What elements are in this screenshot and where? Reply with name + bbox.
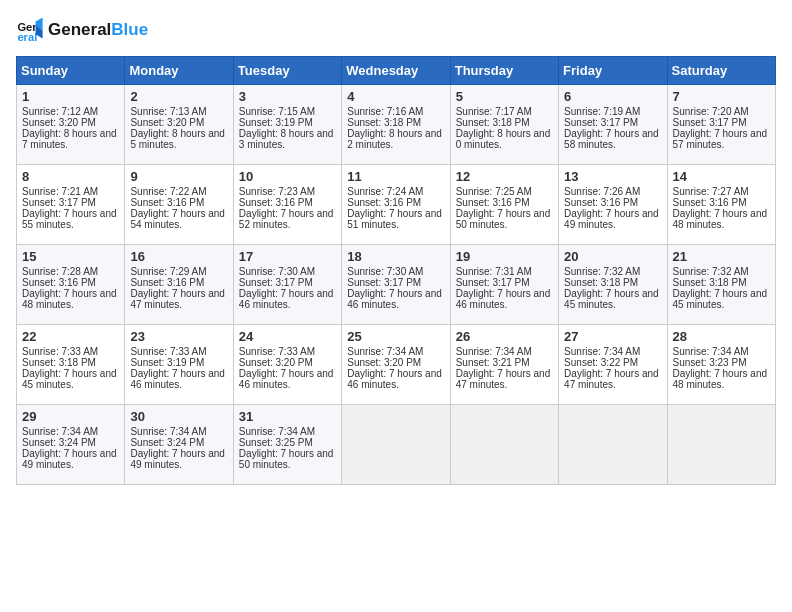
- table-row: 11Sunrise: 7:24 AMSunset: 3:16 PMDayligh…: [342, 165, 450, 245]
- table-row: 25Sunrise: 7:34 AMSunset: 3:20 PMDayligh…: [342, 325, 450, 405]
- calendar-body: 1Sunrise: 7:12 AMSunset: 3:20 PMDaylight…: [17, 85, 776, 485]
- table-row: 16Sunrise: 7:29 AMSunset: 3:16 PMDayligh…: [125, 245, 233, 325]
- table-row: 29Sunrise: 7:34 AMSunset: 3:24 PMDayligh…: [17, 405, 125, 485]
- table-row: 21Sunrise: 7:32 AMSunset: 3:18 PMDayligh…: [667, 245, 775, 325]
- table-row: 24Sunrise: 7:33 AMSunset: 3:20 PMDayligh…: [233, 325, 341, 405]
- table-row: 9Sunrise: 7:22 AMSunset: 3:16 PMDaylight…: [125, 165, 233, 245]
- col-monday: Monday: [125, 57, 233, 85]
- calendar-week-1: 1Sunrise: 7:12 AMSunset: 3:20 PMDaylight…: [17, 85, 776, 165]
- col-friday: Friday: [559, 57, 667, 85]
- table-row: 15Sunrise: 7:28 AMSunset: 3:16 PMDayligh…: [17, 245, 125, 325]
- table-row: 1Sunrise: 7:12 AMSunset: 3:20 PMDaylight…: [17, 85, 125, 165]
- logo: Gen eral GeneralBlue: [16, 16, 148, 44]
- table-row: 7Sunrise: 7:20 AMSunset: 3:17 PMDaylight…: [667, 85, 775, 165]
- col-sunday: Sunday: [17, 57, 125, 85]
- table-row: 22Sunrise: 7:33 AMSunset: 3:18 PMDayligh…: [17, 325, 125, 405]
- table-row: 27Sunrise: 7:34 AMSunset: 3:22 PMDayligh…: [559, 325, 667, 405]
- svg-text:eral: eral: [17, 31, 37, 43]
- table-row: [667, 405, 775, 485]
- table-row: 2Sunrise: 7:13 AMSunset: 3:20 PMDaylight…: [125, 85, 233, 165]
- table-row: 31Sunrise: 7:34 AMSunset: 3:25 PMDayligh…: [233, 405, 341, 485]
- table-row: 8Sunrise: 7:21 AMSunset: 3:17 PMDaylight…: [17, 165, 125, 245]
- table-row: 3Sunrise: 7:15 AMSunset: 3:19 PMDaylight…: [233, 85, 341, 165]
- col-thursday: Thursday: [450, 57, 558, 85]
- table-row: 28Sunrise: 7:34 AMSunset: 3:23 PMDayligh…: [667, 325, 775, 405]
- calendar-table: Sunday Monday Tuesday Wednesday Thursday…: [16, 56, 776, 485]
- calendar-week-4: 22Sunrise: 7:33 AMSunset: 3:18 PMDayligh…: [17, 325, 776, 405]
- table-row: 26Sunrise: 7:34 AMSunset: 3:21 PMDayligh…: [450, 325, 558, 405]
- table-row: 10Sunrise: 7:23 AMSunset: 3:16 PMDayligh…: [233, 165, 341, 245]
- col-wednesday: Wednesday: [342, 57, 450, 85]
- logo-text: GeneralBlue: [48, 20, 148, 40]
- table-row: 19Sunrise: 7:31 AMSunset: 3:17 PMDayligh…: [450, 245, 558, 325]
- table-row: 18Sunrise: 7:30 AMSunset: 3:17 PMDayligh…: [342, 245, 450, 325]
- calendar-week-3: 15Sunrise: 7:28 AMSunset: 3:16 PMDayligh…: [17, 245, 776, 325]
- table-row: [559, 405, 667, 485]
- table-row: 5Sunrise: 7:17 AMSunset: 3:18 PMDaylight…: [450, 85, 558, 165]
- table-row: 6Sunrise: 7:19 AMSunset: 3:17 PMDaylight…: [559, 85, 667, 165]
- calendar-week-5: 29Sunrise: 7:34 AMSunset: 3:24 PMDayligh…: [17, 405, 776, 485]
- table-row: 30Sunrise: 7:34 AMSunset: 3:24 PMDayligh…: [125, 405, 233, 485]
- table-row: 4Sunrise: 7:16 AMSunset: 3:18 PMDaylight…: [342, 85, 450, 165]
- logo-icon: Gen eral: [16, 16, 44, 44]
- table-row: 17Sunrise: 7:30 AMSunset: 3:17 PMDayligh…: [233, 245, 341, 325]
- table-row: 13Sunrise: 7:26 AMSunset: 3:16 PMDayligh…: [559, 165, 667, 245]
- col-tuesday: Tuesday: [233, 57, 341, 85]
- table-row: 23Sunrise: 7:33 AMSunset: 3:19 PMDayligh…: [125, 325, 233, 405]
- table-row: 14Sunrise: 7:27 AMSunset: 3:16 PMDayligh…: [667, 165, 775, 245]
- table-row: 12Sunrise: 7:25 AMSunset: 3:16 PMDayligh…: [450, 165, 558, 245]
- table-row: [342, 405, 450, 485]
- calendar-week-2: 8Sunrise: 7:21 AMSunset: 3:17 PMDaylight…: [17, 165, 776, 245]
- header-row: Sunday Monday Tuesday Wednesday Thursday…: [17, 57, 776, 85]
- table-row: 20Sunrise: 7:32 AMSunset: 3:18 PMDayligh…: [559, 245, 667, 325]
- table-row: [450, 405, 558, 485]
- col-saturday: Saturday: [667, 57, 775, 85]
- page-header: Gen eral GeneralBlue: [16, 16, 776, 44]
